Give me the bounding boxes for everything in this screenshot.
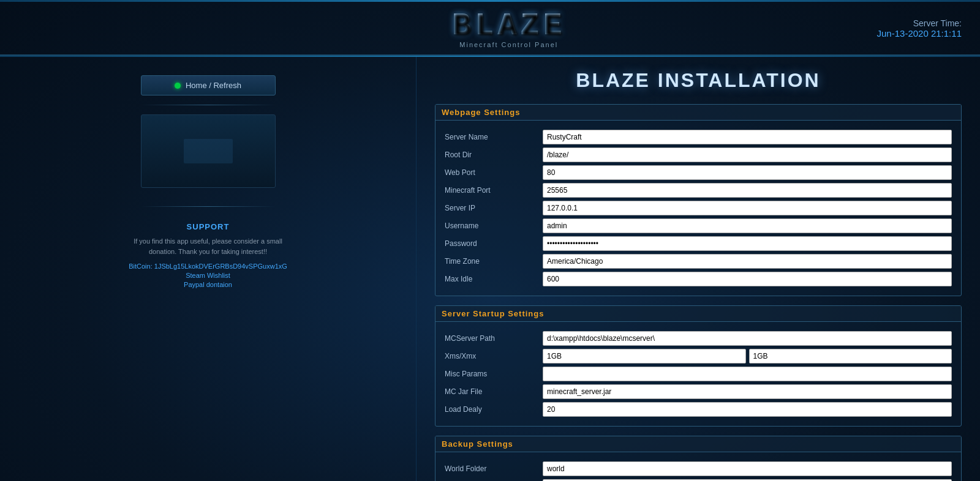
paypal-link[interactable]: Paypal dontaion [129,281,288,288]
minecraft-port-input[interactable] [543,183,952,198]
username-row: Username [445,218,952,233]
logo-text: BLAZE [452,8,566,44]
max-idle-input[interactable] [543,272,952,286]
web-port-row: Web Port [445,165,952,180]
mc-jar-row: MC Jar File [445,384,952,399]
minecraft-port-row: Minecraft Port [445,183,952,198]
max-idle-label: Max Idle [445,275,543,283]
sidebar: Home / Refresh SUPPORT If you find this … [0,57,417,481]
max-idle-row: Max Idle [445,272,952,286]
logo-area: BLAZE Minecraft Control Panel [452,8,566,48]
xms-xmx-label: Xms/Xmx [445,352,543,360]
support-title: SUPPORT [129,222,288,231]
server-ip-input[interactable] [543,201,952,215]
support-section: SUPPORT If you find this app useful, ple… [129,222,288,290]
support-text: If you find this app useful, please cons… [129,236,288,256]
server-startup-legend: Server Startup Settings [435,306,961,322]
username-label: Username [445,222,543,230]
page-title: BLAZE INSTALLATION [435,69,962,92]
misc-params-label: Misc Params [445,370,543,378]
misc-params-row: Misc Params [445,367,952,381]
online-indicator [175,83,181,89]
timezone-row: Time Zone [445,254,952,269]
mcserver-path-row: MCServer Path [445,331,952,346]
username-input[interactable] [543,218,952,233]
backup-settings-legend: Backup Settings [435,436,961,452]
home-refresh-button[interactable]: Home / Refresh [141,75,276,95]
web-port-input[interactable] [543,165,952,180]
world-folder-row: World Folder [445,461,952,476]
mc-jar-label: MC Jar File [445,387,543,396]
server-ip-label: Server IP [445,204,543,212]
root-dir-input[interactable] [543,147,952,162]
server-ip-row: Server IP [445,201,952,215]
webpage-settings-section: Webpage Settings Server Name Root Dir We… [435,104,962,296]
steam-link[interactable]: Steam Wishlist [129,272,288,279]
password-input[interactable] [543,236,952,251]
xmx-input[interactable] [749,349,952,364]
sidebar-image [141,114,276,188]
backup-settings-section: Backup Settings World Folder Save Interv… [435,436,962,481]
server-name-row: Server Name [445,130,952,144]
sidebar-divider-2 [141,206,276,207]
world-folder-label: World Folder [445,464,543,473]
server-name-input[interactable] [543,130,952,144]
world-folder-input[interactable] [543,461,952,476]
main-content: BLAZE INSTALLATION Webpage Settings Serv… [417,57,980,481]
server-startup-section: Server Startup Settings MCServer Path Xm… [435,305,962,427]
load-delay-row: Load Dealy [445,402,952,417]
sidebar-divider-1 [141,105,276,105]
logo-subtitle: Minecraft Control Panel [459,41,558,48]
server-time-value: Jun-13-2020 21:1:11 [877,28,962,39]
misc-params-input[interactable] [543,367,952,381]
password-label: Password [445,239,543,248]
timezone-label: Time Zone [445,257,543,266]
password-row: Password [445,236,952,251]
web-port-label: Web Port [445,168,543,177]
server-time: Server Time: Jun-13-2020 21:1:11 [877,18,962,39]
minecraft-port-label: Minecraft Port [445,186,543,195]
load-delay-input[interactable] [543,402,952,417]
webpage-settings-legend: Webpage Settings [435,105,961,121]
timezone-input[interactable] [543,254,952,269]
mcserver-path-label: MCServer Path [445,334,543,343]
xms-input[interactable] [543,349,746,364]
server-name-label: Server Name [445,133,543,141]
xms-xmx-row: Xms/Xmx [445,349,952,364]
root-dir-label: Root Dir [445,151,543,159]
mcserver-path-input[interactable] [543,331,952,346]
root-dir-row: Root Dir [445,147,952,162]
load-delay-label: Load Dealy [445,405,543,414]
server-time-label: Server Time: [877,18,962,28]
mc-jar-input[interactable] [543,384,952,399]
home-refresh-label: Home / Refresh [186,81,241,90]
bitcoin-link[interactable]: BitCoin: 1JSbLg15LkokDVErGRBsD94vSPGuxw1… [129,263,288,270]
